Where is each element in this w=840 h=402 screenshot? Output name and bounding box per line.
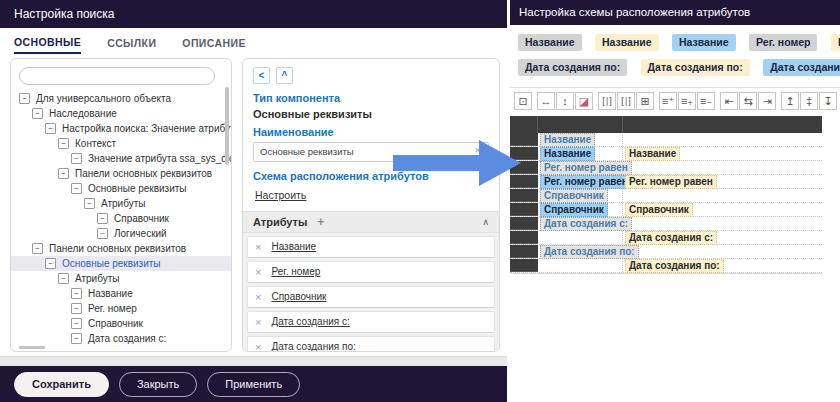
left-window-bottom-scrollbar[interactable] xyxy=(0,356,507,366)
tree-item[interactable]: − Настройка поиска: Значение атрибута ss… xyxy=(11,121,231,136)
tree-collapse-icon[interactable]: − xyxy=(97,228,108,239)
add-attribute-icon[interactable]: + xyxy=(317,215,324,229)
grid-row-header[interactable] xyxy=(510,231,538,244)
grid-column-header[interactable] xyxy=(538,116,623,133)
tab-opisanie[interactable]: ОПИСАНИЕ xyxy=(182,31,246,53)
configure-link[interactable]: Настроить xyxy=(255,189,306,201)
column-width-icon[interactable]: ↔ xyxy=(537,92,555,110)
tree-collapse-icon[interactable]: − xyxy=(45,258,56,269)
tree-collapse-icon[interactable]: − xyxy=(84,198,95,209)
attribute-link[interactable]: Название xyxy=(271,241,316,252)
grid-chip-selected[interactable]: Рег. номер равен xyxy=(540,175,632,189)
tree-item[interactable]: − Атрибуты xyxy=(11,196,231,211)
tree-item[interactable]: − Для универсального объекта xyxy=(11,91,231,106)
palette-chip[interactable]: Название xyxy=(672,34,736,51)
attribute-link[interactable]: Рег. номер xyxy=(271,266,320,277)
grid-corner-cell[interactable] xyxy=(510,116,538,133)
palette-chip[interactable]: Дата создания по: xyxy=(518,59,627,76)
tree-item[interactable]: − Рег. номер xyxy=(11,301,231,316)
grid-chip[interactable]: Дата создания с: xyxy=(625,231,717,245)
add-row-above-icon[interactable]: ≡⁺ xyxy=(659,92,677,110)
tree-collapse-icon[interactable]: − xyxy=(71,183,82,194)
tree-collapse-icon[interactable]: − xyxy=(58,168,69,179)
tree-item[interactable]: − Логический xyxy=(11,226,231,241)
attribute-item[interactable]: × Название xyxy=(247,236,495,258)
palette-chip[interactable]: Рег. номер xyxy=(831,34,840,51)
grid-chip-selected[interactable]: Справочник xyxy=(540,203,608,217)
row-height-icon[interactable]: ↕ xyxy=(556,92,574,110)
remove-attribute-icon[interactable]: × xyxy=(255,266,261,278)
tree-collapse-icon[interactable]: − xyxy=(71,288,82,299)
grid-column-header[interactable] xyxy=(623,116,822,133)
palette-chip[interactable]: Название xyxy=(518,34,582,51)
grid-chip-ghost[interactable]: Название xyxy=(540,133,595,147)
align-right-icon[interactable]: ⇥ xyxy=(758,92,776,110)
grid-row-header[interactable] xyxy=(510,259,538,272)
align-left-icon[interactable]: ⇤ xyxy=(720,92,738,110)
eraser-icon[interactable]: ◪ xyxy=(575,92,593,110)
tree-search-input[interactable] xyxy=(19,67,215,85)
remove-attribute-icon[interactable]: × xyxy=(255,316,261,328)
palette-chip[interactable]: Рег. номер xyxy=(749,34,817,51)
grid-chip-ghost[interactable]: Дата создания по: xyxy=(540,245,639,259)
grid-row-header[interactable] xyxy=(510,189,538,202)
tree-collapse-icon[interactable]: − xyxy=(71,303,82,314)
tree-item[interactable]: − Название xyxy=(11,286,231,301)
grid-chip-ghost[interactable]: Рег. номер равен xyxy=(540,161,632,175)
grid-chip[interactable]: Справочник xyxy=(625,203,693,217)
grid-chip[interactable]: Рег. номер равен xyxy=(625,175,717,189)
insert-column-right-icon[interactable]: [∣] xyxy=(617,92,635,110)
tab-osnovnye[interactable]: ОСНОВНЫЕ xyxy=(14,30,81,54)
tree-item[interactable]: − Наследование xyxy=(11,106,231,121)
collapse-up-icon[interactable]: ^ xyxy=(276,67,293,84)
tree-collapse-icon[interactable]: − xyxy=(71,318,82,329)
tab-ssylki[interactable]: ССЫЛКИ xyxy=(107,31,156,53)
grid-row-header[interactable] xyxy=(510,217,538,230)
attributes-section-header[interactable]: Атрибуты + ∧ xyxy=(243,211,499,233)
collapse-attributes-icon[interactable]: ∧ xyxy=(482,217,489,227)
tree-item[interactable]: − Значение атрибута ssa_sys_dict равно Т… xyxy=(11,151,231,166)
attribute-item[interactable]: × Дата создания по: xyxy=(247,336,495,353)
tree-collapse-icon[interactable]: − xyxy=(32,243,43,254)
tree-item[interactable]: − Дата создания с: xyxy=(11,331,231,346)
palette-chip[interactable]: Дата создания по: xyxy=(641,59,750,76)
remove-attribute-icon[interactable]: × xyxy=(255,291,261,303)
apply-button[interactable]: Применить xyxy=(207,372,300,397)
remove-row-icon[interactable]: ≡₋ xyxy=(697,92,715,110)
save-button[interactable]: Сохранить xyxy=(14,372,109,397)
remove-attribute-icon[interactable]: × xyxy=(255,241,261,253)
grid-chip-ghost[interactable]: Справочник xyxy=(540,189,608,203)
tree-collapse-icon[interactable]: − xyxy=(71,333,82,344)
tree-item[interactable]: − Основные реквизиты xyxy=(11,181,231,196)
preview-icon[interactable]: ⊡ xyxy=(514,92,532,110)
tree-collapse-icon[interactable]: − xyxy=(58,138,69,149)
close-button[interactable]: Закрыть xyxy=(119,372,197,397)
tree-item[interactable]: − Атрибуты xyxy=(11,271,231,286)
grid-row-header[interactable] xyxy=(510,203,538,216)
tree-item[interactable]: − Контекст xyxy=(11,136,231,151)
attribute-item[interactable]: × Дата создания с: xyxy=(247,311,495,333)
insert-column-left-icon[interactable]: [∣] xyxy=(598,92,616,110)
add-row-below-icon[interactable]: ≡₊ xyxy=(678,92,696,110)
attribute-item[interactable]: × Рег. номер xyxy=(247,261,495,283)
palette-chip[interactable]: Дата создания по: xyxy=(763,59,840,76)
align-center-icon[interactable]: ⇆ xyxy=(739,92,757,110)
tree-item[interactable]: − Справочник xyxy=(11,211,231,226)
tree-collapse-icon[interactable]: − xyxy=(32,108,43,119)
tree-item[interactable]: − Панели основных реквизитов xyxy=(11,166,231,181)
align-middle-icon[interactable]: ‡ xyxy=(800,92,818,110)
attribute-link[interactable]: Дата создания с: xyxy=(271,316,349,327)
tree-collapse-icon[interactable]: − xyxy=(97,213,108,224)
grid-chip-ghost[interactable]: Дата создания с: xyxy=(540,217,632,231)
grid-chip-selected[interactable]: Название xyxy=(540,147,595,161)
remove-attribute-icon[interactable]: × xyxy=(255,341,261,353)
tree-item[interactable]: − Панели основных реквизитов xyxy=(11,241,231,256)
tree-collapse-icon[interactable]: − xyxy=(19,93,30,104)
grid-chip[interactable]: Название xyxy=(625,147,680,161)
back-icon[interactable]: < xyxy=(253,67,270,84)
table-cells-icon[interactable]: ⊞ xyxy=(636,92,654,110)
tree-item-selected[interactable]: − Основные реквизиты xyxy=(11,256,231,271)
tree-collapse-icon[interactable]: − xyxy=(58,273,69,284)
tree-vertical-scrollbar[interactable] xyxy=(225,87,229,165)
tree-item[interactable]: − Справочник xyxy=(11,316,231,331)
